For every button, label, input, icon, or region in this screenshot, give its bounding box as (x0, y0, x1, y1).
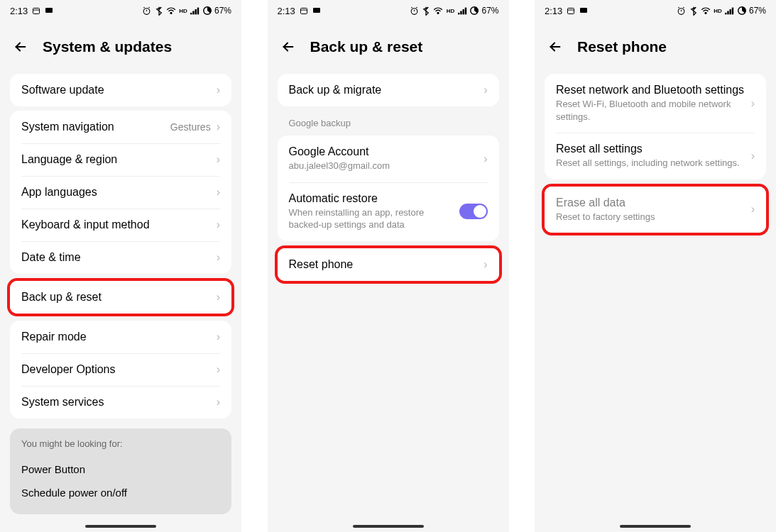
row-system-navigation[interactable]: System navigation Gestures › (10, 111, 231, 143)
row-reset-network[interactable]: Reset network and Bluetooth settings Res… (545, 74, 766, 133)
chevron-right-icon: › (217, 84, 220, 96)
row-google-account[interactable]: Google Account abu.jaleel30@gmail.com › (278, 135, 499, 182)
toggle-automatic-restore[interactable] (459, 204, 488, 219)
status-time: 2:13 (545, 6, 562, 16)
row-developer-options[interactable]: Developer Options › (10, 353, 231, 386)
highlight-reset-phone: Reset phone › (275, 245, 502, 284)
value: Gestures (170, 121, 211, 133)
row-software-update[interactable]: Software update › (10, 74, 231, 106)
bluetooth-icon (421, 6, 431, 16)
label: System navigation (21, 121, 170, 133)
svg-line-6 (149, 7, 151, 8)
svg-rect-26 (568, 9, 574, 14)
home-indicator[interactable] (620, 525, 691, 528)
calendar-icon (300, 6, 308, 15)
label: Back up & reset (21, 291, 217, 304)
svg-line-19 (416, 7, 417, 8)
page-title: System & updates (43, 38, 172, 55)
row-erase-all-data[interactable]: Erase all data Reset to factory settings… (545, 187, 766, 233)
status-bar: 2:13 HD 67% (535, 0, 776, 21)
battery-icon (469, 6, 479, 16)
label: Repair mode (21, 331, 217, 343)
battery-icon (202, 6, 212, 16)
status-time: 2:13 (10, 6, 28, 16)
svg-line-18 (411, 7, 412, 8)
back-icon[interactable] (13, 39, 28, 55)
home-indicator[interactable] (353, 525, 424, 528)
sub: Reset all settings, including network se… (556, 157, 751, 170)
home-indicator[interactable] (85, 525, 156, 528)
card-reset-group: Reset network and Bluetooth settings Res… (545, 74, 766, 179)
row-repair-mode[interactable]: Repair mode › (10, 321, 231, 353)
card-icon (45, 7, 53, 14)
chevron-right-icon: › (217, 291, 220, 304)
svg-rect-10 (195, 9, 197, 14)
suggestion-schedule-power[interactable]: Schedule power on/off (21, 481, 220, 504)
sub: abu.jaleel30@gmail.com (289, 160, 484, 172)
back-icon[interactable] (280, 39, 296, 55)
battery-icon (737, 6, 747, 16)
svg-rect-15 (313, 8, 320, 13)
chevron-right-icon: › (217, 396, 220, 409)
svg-rect-13 (300, 9, 307, 14)
chevron-right-icon: › (217, 251, 220, 264)
wifi-icon (701, 7, 711, 15)
label: Back up & migrate (289, 84, 484, 96)
label: Reset all settings (556, 143, 751, 155)
svg-rect-37 (732, 7, 733, 14)
sub: Reset Wi-Fi, Bluetooth and mobile networ… (556, 98, 751, 123)
row-reset-all[interactable]: Reset all settings Reset all settings, i… (545, 133, 766, 179)
battery-pct: 67% (481, 6, 498, 16)
row-backup-migrate[interactable]: Back up & migrate › (278, 74, 499, 106)
svg-rect-0 (33, 9, 40, 14)
chevron-right-icon: › (483, 153, 487, 165)
row-reset-phone[interactable]: Reset phone › (278, 248, 499, 281)
sub: Reset to factory settings (556, 211, 751, 223)
label: Reset network and Bluetooth settings (556, 84, 751, 96)
chevron-right-icon: › (751, 97, 755, 110)
section-google-backup: Google backup (268, 111, 509, 131)
signal-icon (190, 7, 200, 15)
calendar-icon (567, 6, 575, 15)
svg-rect-2 (45, 8, 53, 13)
chevron-right-icon: › (217, 153, 220, 166)
row-keyboard-input[interactable]: Keyboard & input method › (10, 209, 231, 241)
chevron-right-icon: › (751, 203, 755, 216)
wifi-icon (433, 7, 443, 15)
label: Erase all data (556, 196, 751, 209)
svg-rect-35 (728, 11, 729, 14)
label: System services (21, 396, 217, 409)
label: Keyboard & input method (21, 218, 217, 231)
label: Date & time (21, 251, 217, 264)
screen-backup-reset: 2:13 HD 67% Back up & reset Back up & mi… (268, 0, 509, 532)
screen-system-updates: 2:13 HD 67% System & updates Software up… (0, 0, 241, 532)
row-app-languages[interactable]: App languages › (10, 176, 231, 209)
header: System & updates (0, 21, 241, 70)
bluetooth-icon (689, 6, 699, 16)
back-icon[interactable] (547, 39, 563, 55)
label: Software update (21, 84, 217, 96)
chevron-right-icon: › (751, 150, 755, 162)
svg-line-31 (679, 7, 680, 8)
row-backup-reset[interactable]: Back up & reset › (10, 281, 231, 314)
wifi-icon (166, 7, 176, 15)
svg-rect-23 (462, 9, 464, 14)
svg-line-5 (144, 7, 146, 8)
calendar-icon (32, 6, 40, 15)
alarm-icon (677, 6, 687, 16)
row-automatic-restore[interactable]: Automatic restore When reinstalling an a… (278, 182, 499, 241)
card-system-group: System navigation Gestures › Language & … (10, 111, 231, 274)
battery-pct: 67% (214, 6, 231, 16)
row-system-services[interactable]: System services › (10, 386, 231, 419)
svg-rect-9 (193, 11, 195, 14)
sub: When reinstalling an app, restore backed… (289, 206, 452, 231)
suggestions-card: You might be looking for: Power Button S… (10, 428, 231, 514)
suggestion-power-button[interactable]: Power Button (21, 458, 220, 481)
row-date-time[interactable]: Date & time › (10, 241, 231, 274)
header: Reset phone (535, 21, 776, 70)
card-backup-migrate: Back up & migrate › (278, 74, 499, 106)
row-language-region[interactable]: Language & region › (10, 143, 231, 176)
volte-icon: HD (178, 8, 188, 14)
page-title: Back up & reset (310, 38, 423, 55)
highlight-backup-reset: Back up & reset › (7, 278, 234, 316)
